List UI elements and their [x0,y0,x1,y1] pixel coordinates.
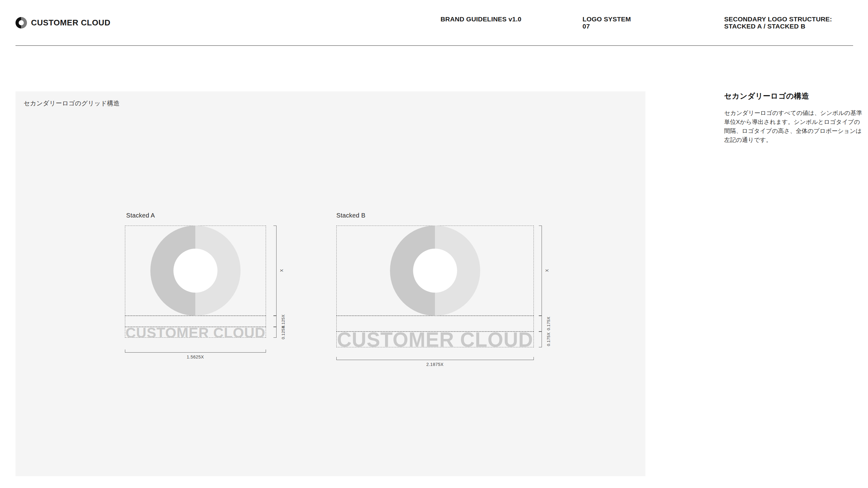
symbol-donut-icon [150,226,241,316]
page: CUSTOMER CLOUD BRAND GUIDELINES v1.0 LOG… [0,0,868,488]
section-title: LOGO SYSTEM 07 [583,15,631,30]
brand-logo-donut-icon [16,17,27,29]
dim-bracket-total-width [125,350,266,353]
canvas-panel [16,91,645,476]
dim-bracket-gap [273,316,277,327]
header-divider [16,45,853,46]
dim-label-gap: 0.175X [546,317,551,330]
dim-bracket-total-width [336,357,534,360]
dim-bracket-wordmark-height [273,327,277,338]
diagram-label: Stacked A [126,212,155,219]
dim-bracket-symbol-height [539,226,542,316]
sidebar-heading: セカンダリーロゴの構造 [724,91,809,101]
dim-bracket-wordmark-height [539,331,542,347]
page-title: SECONDARY LOGO STRUCTURE: STACKED A / ST… [724,15,832,30]
dim-bracket-symbol-height [273,226,277,316]
page-title-line1: SECONDARY LOGO STRUCTURE: [724,15,832,23]
svg-text:CUSTOMER CLOUD: CUSTOMER CLOUD [337,328,533,351]
symbol-donut-icon [390,226,480,316]
brand-logo-text: CUSTOMER CLOUD [31,18,111,28]
dim-label-symbol-height: X [545,269,549,272]
panel-title: セカンダリーロゴのグリッド構造 [24,99,120,107]
dim-label-wordmark-height: 0.125X [281,326,285,339]
page-title-line2: STACKED A / STACKED B [724,23,832,30]
dim-bracket-gap [539,316,542,331]
svg-text:CUSTOMER CLOUD: CUSTOMER CLOUD [126,325,266,341]
dim-label-total-width: 1.5625X [187,354,204,359]
doc-title: BRAND GUIDELINES v1.0 [440,15,521,23]
sidebar-body: セカンダリーロゴのすべての値は、シンボルの基準単位Xから導出されます。シンボルと… [724,108,863,144]
section-title-number: 07 [583,23,631,30]
diagram-label: Stacked B [336,212,366,219]
wordmark-text: CUSTOMER CLOUD [125,326,266,339]
wordmark-text: CUSTOMER CLOUD [336,330,534,348]
section-title-label: LOGO SYSTEM [583,15,631,23]
dim-label-symbol-height: X [279,269,284,272]
dim-label-total-width: 2.1875X [426,362,444,367]
brand-logo: CUSTOMER CLOUD [16,17,111,29]
dim-label-wordmark-height: 0.175X [546,332,551,346]
